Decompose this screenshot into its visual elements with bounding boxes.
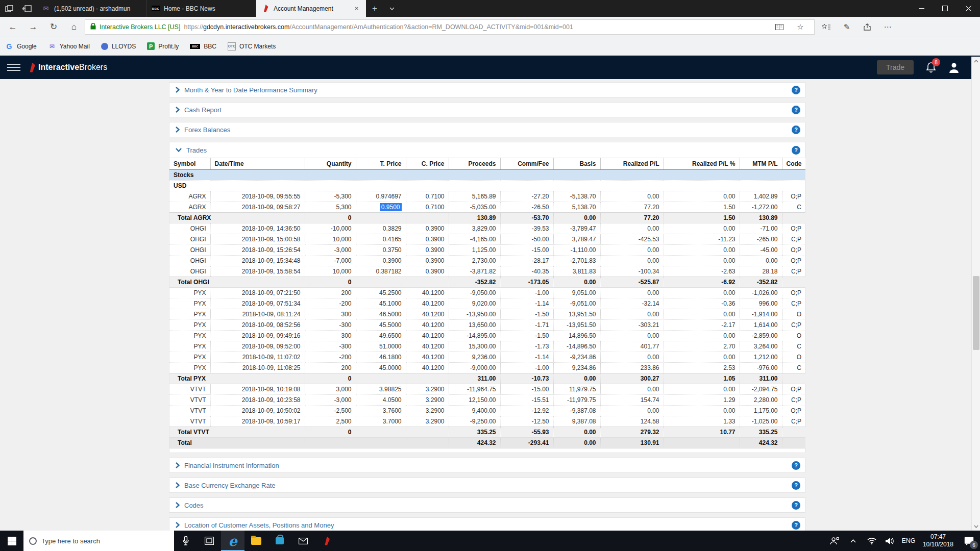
trades-table: SymbolDate/TimeQuantityT. PriceC. PriceP… [169,158,805,448]
table-cell: 0.00 [600,309,664,320]
table-cell: 0.00 [553,427,600,438]
restore-tabs-icon[interactable] [22,5,32,12]
table-cell: 14,896.50 [553,331,600,341]
ib-flame-icon [29,63,35,72]
bookmark-google[interactable]: GGoogle [5,42,37,51]
maximize-button[interactable] [933,0,957,17]
section-bar-1[interactable]: Cash Report? [169,102,805,117]
annotate-pen-icon[interactable]: ✎ [838,19,855,35]
section-bar-0[interactable]: Month & Year to Date Performance Summary… [169,82,805,97]
new-tab-button[interactable]: + [366,0,383,17]
table-cell: 3.7600 [356,406,406,416]
help-icon[interactable]: ? [792,481,800,490]
taskbar-file-explorer-icon[interactable] [244,531,268,551]
table-cell: 1,614.00 [740,320,782,331]
table-row: VTVT2018-10-09, 10:59:172,5003.70003.290… [169,416,805,427]
table-cell [356,277,406,288]
table-cell: 3.2900 [406,406,449,416]
table-cell: 0.3900 [406,245,449,256]
task-view-button[interactable] [198,531,221,551]
refresh-button[interactable]: ↻ [44,19,63,35]
tab-preview-chevron-icon[interactable] [383,0,401,17]
bbc-icon: BBC [152,6,160,11]
scroll-down-icon[interactable] [972,522,980,531]
table-cell: 2,280.00 [740,395,782,406]
help-icon[interactable]: ? [792,461,800,470]
group-row-label: Stocks [169,170,805,181]
address-bar[interactable]: Interactive Brokers LLC [US] https://gdc… [85,19,815,35]
table-cell: VTVT [169,406,210,416]
table-cell: PYX [169,331,210,341]
help-icon[interactable]: ? [792,146,800,155]
show-hidden-icons-chevron[interactable] [845,531,862,551]
bookmark-yahoo-mail[interactable]: ✉Yahoo Mail [48,42,90,51]
share-icon[interactable] [859,19,876,35]
section-bar-trades[interactable]: Trades ? [169,142,805,158]
bookmark-bbc[interactable]: BBCBBC [190,43,216,50]
taskbar-clock[interactable]: 07:47 10/10/2018 [919,533,958,548]
scrollbar-thumb[interactable] [973,276,979,350]
scroll-up-icon[interactable] [972,57,980,65]
bookmark-otc[interactable]: OTCOTC Markets [228,42,276,51]
table-cell: 3,000 [305,384,356,395]
action-center-icon[interactable]: 6 [960,531,978,551]
forward-button[interactable]: → [23,19,43,35]
reading-view-icon[interactable] [771,19,788,35]
section-bar-bottom-3[interactable]: Location of Customer Assets, Positions a… [169,517,805,531]
add-favorite-star-icon[interactable]: ☆ [792,19,809,35]
table-cell: PYX [169,298,210,309]
taskbar-search[interactable]: Type here to search [23,531,174,551]
table-cell: 1.33 [664,416,740,427]
bookmark-profitly[interactable]: PProfit.ly [147,42,179,50]
table-row: PYX2018-10-09, 11:08:2520045.000040.1200… [169,363,805,373]
favorites-hub-icon[interactable] [818,19,835,35]
taskbar-store-icon[interactable] [268,531,291,551]
table-cell: -1,110.00 [553,245,600,256]
tab-close-icon[interactable]: ✕ [353,5,361,12]
section-bar-bottom-1[interactable]: Base Currency Exchange Rate? [169,478,805,493]
home-button[interactable]: ⌂ [64,19,84,35]
start-button[interactable] [0,531,23,551]
table-cell: 0.00 [600,288,664,298]
taskbar-mail-icon[interactable] [291,531,315,551]
minimize-button[interactable] [910,0,933,17]
back-button[interactable]: ← [3,19,22,35]
table-cell: 311.00 [449,373,500,384]
help-icon[interactable]: ? [792,521,800,530]
more-options-icon[interactable]: ⋯ [879,19,896,35]
browser-tab[interactable]: BBCHome - BBC News [146,0,256,17]
person-icon [948,62,960,73]
table-row: VTVT2018-10-09, 10:50:02-2,5003.76003.29… [169,406,805,416]
section-bar-bottom-0[interactable]: Financial Instrument Information? [169,458,805,473]
user-account-button[interactable] [948,62,960,73]
table-cell: -6.92 [664,277,740,288]
trade-button[interactable]: Trade [877,60,914,74]
table-cell: OHGI [169,223,210,234]
table-row: Stocks [169,170,805,181]
help-icon[interactable]: ? [792,126,800,134]
help-icon[interactable]: ? [792,106,800,114]
table-row: Total AGRX0130.89-53.700.0077.201.50130.… [169,213,805,223]
people-icon[interactable] [827,531,843,551]
help-icon[interactable]: ? [792,501,800,510]
taskbar-ib-tws-icon[interactable] [315,531,338,551]
menu-hamburger-icon[interactable] [7,64,20,71]
page-scrollbar[interactable] [971,57,980,531]
table-cell: 45.5000 [356,320,406,331]
section-bar-bottom-2[interactable]: Codes? [169,497,805,513]
table-row: Total OHGI0-352.82-173.050.00-525.87-6.9… [169,277,805,288]
bookmark-lloyds[interactable]: LLOYDS [101,43,136,50]
set-aside-tabs-icon[interactable] [5,5,13,12]
help-icon[interactable]: ? [792,86,800,94]
browser-tab[interactable]: ✉(1,502 unread) - arshadmun [37,0,146,17]
volume-icon[interactable] [882,531,898,551]
browser-tab[interactable]: Account Management✕ [256,0,366,17]
section-bar-2[interactable]: Forex Balances? [169,122,805,137]
table-cell: -11,979.75 [553,395,600,406]
taskbar-edge-icon[interactable]: e [221,531,244,551]
wifi-icon[interactable] [864,531,880,551]
close-button[interactable] [957,0,980,17]
mic-icon[interactable] [174,531,198,551]
notifications-bell[interactable]: 8 [926,62,936,73]
language-indicator[interactable]: ENG [900,531,917,551]
